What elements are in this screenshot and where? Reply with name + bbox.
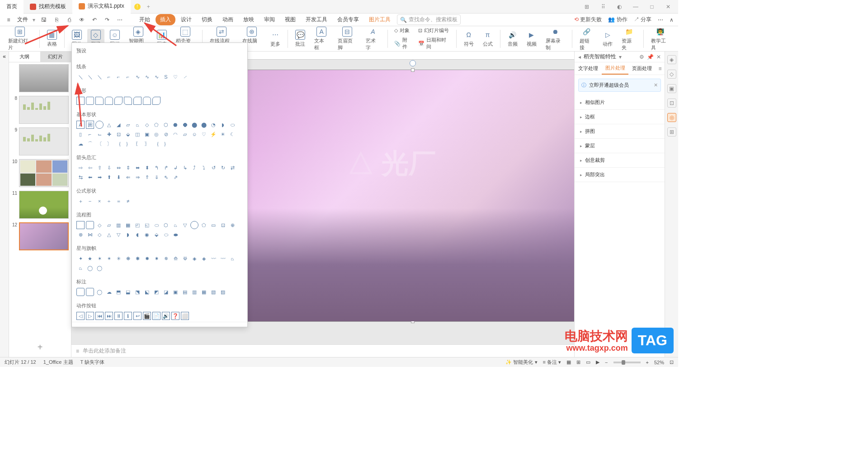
shape-connector[interactable] (190, 221, 198, 229)
shape-ribbon[interactable]: ◈ (190, 254, 198, 263)
shape-parallelogram[interactable]: ▱ (124, 121, 132, 129)
status-beautify[interactable]: ✨ 智能美化 ▾ (505, 359, 537, 366)
shape-elbow[interactable]: ⌐ (105, 73, 113, 81)
shape-arrow[interactable]: ⇑ (143, 173, 151, 181)
avatar-icon[interactable]: ◐ (613, 1, 626, 12)
shape-arrow[interactable]: ↻ (219, 164, 227, 172)
shape-manual-input[interactable]: ⏢ (171, 221, 179, 229)
thumb-tab-outline[interactable]: 大纲 (9, 52, 40, 62)
hamburger-icon[interactable]: ≡ (5, 16, 13, 24)
shape-collate[interactable]: ⋈ (86, 230, 94, 239)
ribbon-hyperlink[interactable]: 🔗超链接 (576, 26, 598, 52)
shape-arrow[interactable]: ⇨ (76, 164, 85, 172)
shape-star[interactable]: ✹ (143, 254, 151, 263)
collab-button[interactable]: 👥 协作 (608, 16, 627, 24)
shape-octagon[interactable]: ⯃ (181, 121, 189, 129)
shape-cross[interactable]: ✚ (105, 130, 113, 138)
shape-arrow[interactable]: ⇄ (228, 164, 236, 172)
shape-callout[interactable]: ▤ (181, 288, 189, 296)
shape-heart[interactable]: ♡ (200, 130, 208, 138)
shape-rounded-rect[interactable] (86, 97, 94, 105)
shape-data[interactable]: ▱ (105, 221, 113, 229)
shape-star[interactable]: ★ (86, 254, 94, 263)
shape-arrow[interactable]: ⇔ (114, 164, 123, 172)
ribbon-audio[interactable]: 🔊音频 (504, 29, 521, 48)
view-reading-icon[interactable]: ▭ (586, 359, 590, 365)
zoom-slider[interactable] (613, 362, 641, 363)
thumb-tab-slides[interactable]: 幻灯片 (40, 52, 71, 62)
shape-halfframe[interactable]: ⌐ (86, 130, 94, 138)
search-input[interactable]: 🔍 查找命令、搜索模板 (397, 14, 461, 25)
shape-scribble[interactable]: ⟋ (181, 73, 189, 81)
menu-tab-animation[interactable]: 动画 (218, 14, 238, 25)
update-fail-button[interactable]: ⟲ 更新失败 (574, 16, 602, 24)
shape-arrow[interactable]: ⇖ (162, 173, 170, 181)
shape-decagon[interactable]: ⬤ (190, 121, 198, 129)
shape-cube[interactable]: ◫ (133, 130, 142, 138)
shape-arrow[interactable]: ⬌ (133, 164, 142, 172)
collapse-ribbon-icon[interactable]: ∧ (670, 17, 674, 23)
shape-bracket-pair[interactable]: 〗 (143, 140, 151, 148)
preview-icon[interactable]: 👁 (78, 16, 86, 24)
shape-callout[interactable]: ▨ (219, 288, 227, 296)
shape-action[interactable]: ▷ (86, 312, 94, 320)
tab-document[interactable]: 演示文稿1.pptx (72, 0, 131, 14)
rp-item-crop[interactable]: 创意裁剪 (575, 153, 665, 168)
slide-thumb[interactable]: 12 (11, 222, 69, 250)
shape-display[interactable]: ⬬ (171, 230, 179, 239)
shape-callout[interactable]: ⬕ (143, 288, 151, 296)
slide-canvas[interactable]: △ 光厂 (193, 70, 574, 322)
rp-tab-text[interactable]: 文字处理 (575, 62, 602, 75)
menu-tab-developer[interactable]: 开发工具 (301, 14, 332, 25)
view-sorter-icon[interactable]: ⊞ (576, 359, 580, 365)
shape-preparation[interactable]: ⬡ (162, 221, 170, 229)
ribbon-object[interactable]: ◇ 对象 (392, 26, 414, 35)
shape-star[interactable]: ✳ (114, 254, 123, 263)
shape-teardrop[interactable]: ⬭ (228, 121, 236, 129)
shape-curve[interactable]: ∿ (133, 73, 142, 81)
pin-icon[interactable]: 📌 (647, 54, 654, 60)
shape-arc[interactable]: ⌒ (86, 140, 94, 148)
shape-curve[interactable]: ∿ (143, 73, 151, 81)
shape-brace-pair[interactable]: ｛ (152, 140, 160, 148)
ribbon-header-footer[interactable]: ⊟页眉页脚 (334, 26, 360, 52)
shape-bracket-pair[interactable]: 〖 (133, 140, 142, 148)
shape-star[interactable]: ❋ (124, 254, 132, 263)
zoom-value[interactable]: 52% (654, 360, 664, 365)
shape-manual-op[interactable]: ▽ (181, 221, 189, 229)
rs-btn-1[interactable]: ◈ (667, 55, 676, 64)
menu-tab-view[interactable]: 视图 (280, 14, 300, 25)
shape-scroll[interactable]: ◯ (95, 264, 104, 272)
rotate-handle[interactable] (410, 60, 416, 66)
ribbon-slide-number[interactable]: ⊡ 幻灯片编号 (415, 26, 452, 35)
shape-terminator[interactable]: ⬭ (152, 221, 160, 229)
shape-textbox[interactable]: A (76, 121, 85, 129)
shape-scroll[interactable]: ◯ (86, 264, 94, 272)
shape-snip-rect[interactable] (114, 97, 123, 105)
rs-btn-3[interactable]: ▣ (667, 84, 676, 93)
shape-plus[interactable]: ＋ (76, 197, 85, 205)
shape-nosymbol[interactable]: ⊘ (162, 130, 170, 138)
settings-icon[interactable]: ⚙ (639, 54, 644, 60)
shape-trapezoid[interactable]: ⏢ (133, 121, 142, 129)
shape-directaccess[interactable]: ⬭ (162, 230, 170, 239)
shape-arrow[interactable]: ⇓ (152, 173, 160, 181)
shape-divide[interactable]: ÷ (105, 197, 113, 205)
shape-star[interactable]: ✦ (76, 254, 85, 263)
shape-elbow[interactable]: ⌐ (114, 73, 123, 81)
rp-item-similar[interactable]: 相似图片 (575, 95, 665, 110)
shape-moon[interactable]: ☾ (228, 130, 236, 138)
ribbon-datetime[interactable]: 📅 日期和时间 (415, 36, 452, 51)
shape-bracket[interactable]: 〕 (105, 140, 113, 148)
refresh-button[interactable]: ↻ 换一换 (210, 326, 232, 327)
close-panel-icon[interactable]: ✕ (656, 54, 661, 60)
menu-tab-review[interactable]: 审阅 (259, 14, 279, 25)
shape-banner[interactable]: ⟱ (181, 254, 189, 263)
export-icon[interactable]: ⎘ (52, 16, 61, 24)
shape-action[interactable]: ⏮ (95, 312, 104, 320)
shape-offpage[interactable]: ⬠ (200, 221, 208, 229)
fit-icon[interactable]: ⊡ (670, 359, 674, 365)
shape-document[interactable]: ◰ (133, 221, 142, 229)
new-tab-button[interactable]: + (141, 0, 156, 14)
menu-tab-transition[interactable]: 切换 (197, 14, 217, 25)
